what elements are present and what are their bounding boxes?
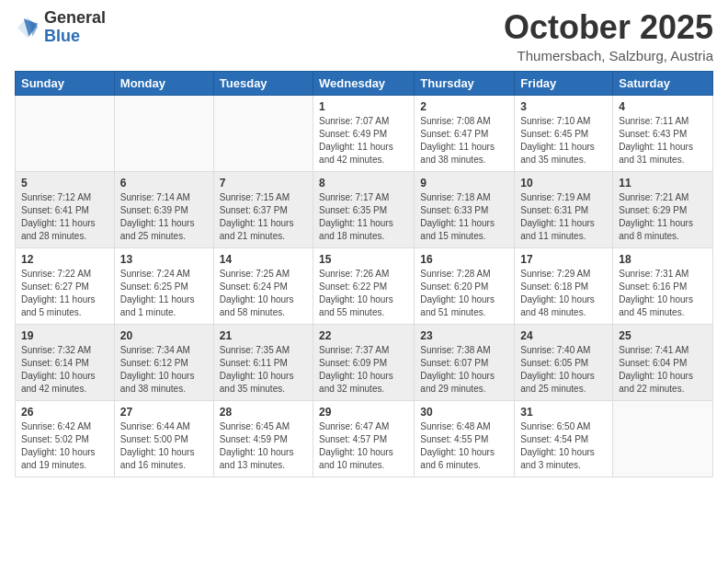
col-tuesday: Tuesday: [213, 71, 313, 95]
table-row: 6Sunrise: 7:14 AMSunset: 6:39 PMDaylight…: [114, 171, 213, 247]
table-row: 25Sunrise: 7:41 AMSunset: 6:04 PMDayligh…: [613, 324, 713, 400]
day-info: Sunrise: 7:26 AMSunset: 6:22 PMDaylight:…: [319, 268, 408, 319]
subtitle: Thumersbach, Salzburg, Austria: [504, 48, 713, 63]
day-info: Sunrise: 7:18 AMSunset: 6:33 PMDaylight:…: [420, 191, 508, 243]
day-number: 26: [21, 406, 108, 419]
logo-general: General: [44, 8, 106, 27]
calendar-table: Sunday Monday Tuesday Wednesday Thursday…: [15, 71, 713, 477]
calendar-row-4: 26Sunrise: 6:42 AMSunset: 5:02 PMDayligh…: [16, 400, 713, 477]
logo: General Blue: [15, 9, 106, 46]
day-info: Sunrise: 7:21 AMSunset: 6:29 PMDaylight:…: [619, 191, 707, 243]
day-number: 23: [420, 329, 508, 342]
calendar-row-0: 1Sunrise: 7:07 AMSunset: 6:49 PMDaylight…: [16, 95, 713, 171]
table-row: 8Sunrise: 7:17 AMSunset: 6:35 PMDaylight…: [313, 171, 415, 247]
day-info: Sunrise: 7:31 AMSunset: 6:16 PMDaylight:…: [619, 268, 707, 319]
day-number: 29: [319, 406, 408, 419]
table-row: 13Sunrise: 7:24 AMSunset: 6:25 PMDayligh…: [114, 247, 213, 324]
table-row: 29Sunrise: 6:47 AMSunset: 4:57 PMDayligh…: [313, 400, 415, 477]
day-info: Sunrise: 7:19 AMSunset: 6:31 PMDaylight:…: [520, 191, 607, 243]
table-row: 26Sunrise: 6:42 AMSunset: 5:02 PMDayligh…: [16, 400, 115, 477]
col-saturday: Saturday: [613, 71, 713, 95]
day-number: 30: [420, 406, 508, 419]
day-number: 24: [520, 329, 607, 342]
day-info: Sunrise: 7:40 AMSunset: 6:05 PMDaylight:…: [520, 344, 607, 396]
table-row: 31Sunrise: 6:50 AMSunset: 4:54 PMDayligh…: [515, 400, 613, 477]
table-row: 30Sunrise: 6:48 AMSunset: 4:55 PMDayligh…: [415, 400, 515, 477]
day-number: 31: [520, 406, 607, 419]
day-number: 7: [220, 177, 307, 190]
col-sunday: Sunday: [16, 71, 115, 95]
day-number: 17: [520, 253, 607, 266]
calendar-header-row: Sunday Monday Tuesday Wednesday Thursday…: [16, 71, 713, 95]
day-info: Sunrise: 7:24 AMSunset: 6:25 PMDaylight:…: [120, 268, 208, 319]
day-number: 8: [319, 177, 408, 190]
day-number: 15: [319, 253, 408, 266]
day-info: Sunrise: 7:41 AMSunset: 6:04 PMDaylight:…: [619, 344, 707, 396]
day-info: Sunrise: 6:45 AMSunset: 4:59 PMDaylight:…: [220, 420, 307, 472]
day-info: Sunrise: 7:07 AMSunset: 6:49 PMDaylight:…: [319, 115, 408, 167]
table-row: 7Sunrise: 7:15 AMSunset: 6:37 PMDaylight…: [213, 171, 313, 247]
day-number: 4: [619, 100, 707, 113]
header: General Blue October 2025 Thumersbach, S…: [15, 9, 713, 63]
day-info: Sunrise: 7:11 AMSunset: 6:43 PMDaylight:…: [619, 115, 707, 167]
table-row: 24Sunrise: 7:40 AMSunset: 6:05 PMDayligh…: [515, 324, 613, 400]
day-info: Sunrise: 7:25 AMSunset: 6:24 PMDaylight:…: [220, 268, 307, 319]
day-number: 12: [21, 253, 108, 266]
day-number: 18: [619, 253, 707, 266]
day-info: Sunrise: 7:28 AMSunset: 6:20 PMDaylight:…: [420, 268, 508, 319]
day-number: 10: [520, 177, 607, 190]
day-info: Sunrise: 7:12 AMSunset: 6:41 PMDaylight:…: [21, 191, 108, 243]
day-info: Sunrise: 7:32 AMSunset: 6:14 PMDaylight:…: [21, 344, 108, 396]
day-number: 27: [120, 406, 208, 419]
table-row: 17Sunrise: 7:29 AMSunset: 6:18 PMDayligh…: [515, 247, 613, 324]
day-info: Sunrise: 6:42 AMSunset: 5:02 PMDaylight:…: [21, 420, 108, 472]
table-row: 3Sunrise: 7:10 AMSunset: 6:45 PMDaylight…: [515, 95, 613, 171]
table-row: 4Sunrise: 7:11 AMSunset: 6:43 PMDaylight…: [613, 95, 713, 171]
day-info: Sunrise: 7:34 AMSunset: 6:12 PMDaylight:…: [120, 344, 208, 396]
table-row: 15Sunrise: 7:26 AMSunset: 6:22 PMDayligh…: [313, 247, 415, 324]
table-row: 18Sunrise: 7:31 AMSunset: 6:16 PMDayligh…: [613, 247, 713, 324]
day-info: Sunrise: 6:44 AMSunset: 5:00 PMDaylight:…: [120, 420, 208, 472]
day-number: 6: [120, 177, 208, 190]
logo-blue: Blue: [44, 27, 80, 45]
table-row: 1Sunrise: 7:07 AMSunset: 6:49 PMDaylight…: [313, 95, 415, 171]
table-row: [213, 95, 313, 171]
day-info: Sunrise: 7:22 AMSunset: 6:27 PMDaylight:…: [21, 268, 108, 319]
calendar-row-2: 12Sunrise: 7:22 AMSunset: 6:27 PMDayligh…: [16, 247, 713, 324]
col-thursday: Thursday: [415, 71, 515, 95]
day-info: Sunrise: 6:47 AMSunset: 4:57 PMDaylight:…: [319, 420, 408, 472]
table-row: 16Sunrise: 7:28 AMSunset: 6:20 PMDayligh…: [415, 247, 515, 324]
day-number: 14: [220, 253, 307, 266]
day-number: 19: [21, 329, 108, 342]
table-row: 19Sunrise: 7:32 AMSunset: 6:14 PMDayligh…: [16, 324, 115, 400]
table-row: 27Sunrise: 6:44 AMSunset: 5:00 PMDayligh…: [114, 400, 213, 477]
day-info: Sunrise: 6:50 AMSunset: 4:54 PMDaylight:…: [520, 420, 607, 472]
table-row: 22Sunrise: 7:37 AMSunset: 6:09 PMDayligh…: [313, 324, 415, 400]
table-row: 23Sunrise: 7:38 AMSunset: 6:07 PMDayligh…: [415, 324, 515, 400]
col-friday: Friday: [515, 71, 613, 95]
day-number: 25: [619, 329, 707, 342]
day-info: Sunrise: 6:48 AMSunset: 4:55 PMDaylight:…: [420, 420, 508, 472]
day-info: Sunrise: 7:10 AMSunset: 6:45 PMDaylight:…: [520, 115, 607, 167]
calendar-row-3: 19Sunrise: 7:32 AMSunset: 6:14 PMDayligh…: [16, 324, 713, 400]
col-wednesday: Wednesday: [313, 71, 415, 95]
day-info: Sunrise: 7:17 AMSunset: 6:35 PMDaylight:…: [319, 191, 408, 243]
logo-text: General Blue: [44, 9, 106, 46]
col-monday: Monday: [114, 71, 213, 95]
day-number: 11: [619, 177, 707, 190]
table-row: [613, 400, 713, 477]
table-row: 10Sunrise: 7:19 AMSunset: 6:31 PMDayligh…: [515, 171, 613, 247]
day-number: 20: [120, 329, 208, 342]
day-number: 3: [520, 100, 607, 113]
day-number: 16: [420, 253, 508, 266]
day-number: 2: [420, 100, 508, 113]
table-row: 2Sunrise: 7:08 AMSunset: 6:47 PMDaylight…: [415, 95, 515, 171]
day-number: 5: [21, 177, 108, 190]
table-row: [114, 95, 213, 171]
day-info: Sunrise: 7:29 AMSunset: 6:18 PMDaylight:…: [520, 268, 607, 319]
table-row: 12Sunrise: 7:22 AMSunset: 6:27 PMDayligh…: [16, 247, 115, 324]
day-number: 9: [420, 177, 508, 190]
table-row: 9Sunrise: 7:18 AMSunset: 6:33 PMDaylight…: [415, 171, 515, 247]
day-info: Sunrise: 7:38 AMSunset: 6:07 PMDaylight:…: [420, 344, 508, 396]
calendar-row-1: 5Sunrise: 7:12 AMSunset: 6:41 PMDaylight…: [16, 171, 713, 247]
